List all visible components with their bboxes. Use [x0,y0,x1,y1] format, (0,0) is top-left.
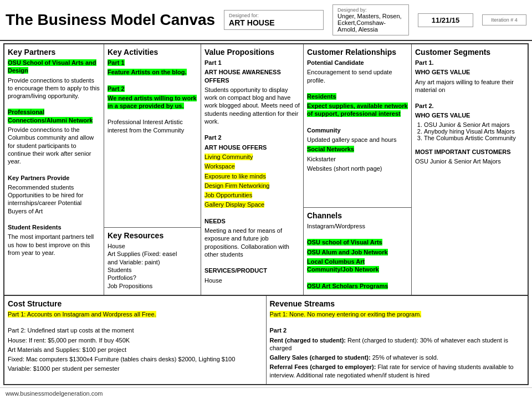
cr-residents-label: Residents [307,93,336,100]
vp-gallery: Gallery Display Space [204,201,264,208]
canvas-body: Key Partners OSU School of Visual Arts a… [3,43,529,385]
revenue-title: Revenue Streams [270,299,525,308]
vp-living-community: Living Community [204,154,253,160]
cs-part2-label: Part 2. [415,102,516,110]
cs-most-important-text: OSU Junior & Senior Art Majors [415,157,516,165]
cs-part1-text: Any art majors willing to feature their … [415,78,516,94]
designed-for-value: ART HOUSE [229,18,319,27]
revenue-referral-text: Referral Fees (charged to employer): Fla… [270,363,525,379]
vp-part1-desc: Students opportunity to display work on … [204,86,300,125]
ch-item3: OSU Alum and Job Network [307,249,388,255]
kp-block2-green: Professional Connections/Alumni Network [8,109,93,123]
ka-part1-label: Part 1 [108,59,125,66]
iteration-label: Iteration # 4 [487,17,521,23]
vp-needs-label: NEEDS [204,217,300,225]
revenue-gallery-text: Gallery Sales (charged to student): 25% … [270,354,525,361]
cr-websites: Websites (short north page) [307,165,408,172]
vp-job-opps: Job Opportunities [204,192,252,198]
cs-list: OSU Junior & Senior Art majors Anybody h… [424,121,516,141]
kp-block3-title: Key Partners Provide [8,174,100,182]
vp-needs-text: Meeting a need for means of exposure and… [204,227,300,258]
cost-title: Cost Structure [8,299,263,308]
customer-rel-title: Customer Relationships [307,48,408,57]
ka-part1-text: Feature Artists on the blog. [108,69,187,75]
cost-materials-text: Art Materials and Supplies: $100 per pro… [8,346,263,354]
cost-section: Cost Structure Part 1: Accounts on Insta… [4,296,267,384]
date-value: 11/21/15 [423,16,468,24]
cr-kickstarter: Kickstarter [307,155,408,163]
key-resources-section: Key Resources HouseArt Supplies (Fixed: … [104,228,201,295]
customer-rel-section: Customer Relationships Potential Candida… [304,44,411,208]
ch-item4: Local Columbus Art Community/Job Network [307,258,379,273]
cs-part1-sub: WHO GETS VALUE [415,68,516,76]
revenue-part1-yellow: Part 1: None. No money entering or exiti… [270,311,422,318]
customer-seg-section: Customer Segments Part 1. WHO GETS VALUE… [412,44,520,295]
key-activities-title: Key Activities [108,48,197,57]
cs-part2-sub: WHO GETS VALUE [415,111,516,119]
cost-house-text: House: If rent: $5,000 per month. If buy… [8,336,263,344]
canvas-bottom: Cost Structure Part 1: Accounts on Insta… [4,296,528,384]
designed-by-label: Designed by: [337,7,404,13]
ch-item1: Instagram/Wordpress [307,222,408,230]
key-resources-title: Key Resources [108,231,197,240]
value-props-title: Value Propositions [204,48,300,57]
vp-part2-sub: ART HOUSE OFFERS [204,144,300,151]
ch-item2: OSU school of Visual Arts [307,239,382,245]
key-partners-section: Key Partners OSU School of Visual Arts a… [4,44,104,295]
key-activities-resources-column: Key Activities Part 1 Feature Artists on… [104,44,201,295]
designed-for-box: Designed for: ART HOUSE [224,10,324,30]
vp-services-text: House [204,277,300,284]
kp-block4-text: The most important partners tell us how … [8,233,100,257]
cr-channels-column: Customer Relationships Potential Candida… [304,44,412,295]
value-props-section: Value Propositions Part 1 ART HOUSE AWAR… [201,44,304,295]
key-resources-text: HouseArt Supplies (Fixed: easeland Varia… [108,242,197,290]
cs-part1-label: Part 1. [415,59,516,66]
cs-most-important-label: MOST IMPORTANT CUSTOMERS [415,148,516,156]
cr-community-text: Updated gallery space and hours [307,136,408,144]
cr-residents-text: Expect supplies, available network of su… [307,103,408,117]
vp-part1-text: ART HOUSE AWARENESS OFFERS [204,68,300,84]
footer: www.businessmodelgeneration.com [0,387,532,399]
page-title: The Business Model Canvas [6,11,215,29]
cost-fixed-text: Fixed: Mac computers $1300x4 Furniture (… [8,355,263,363]
cr-community-label: Community [307,126,408,134]
kp-block4-title: Student Residents [8,223,100,231]
vp-services-label: SERVICES/PRODUCT [204,267,300,274]
channels-title: Channels [307,211,408,220]
kp-block1-green: OSU School of Visual Arts and Design [8,59,96,74]
kp-block1-text: Provide connections to students to encou… [8,76,100,100]
page: The Business Model Canvas Designed for: … [0,0,532,399]
vp-part1-label: Part 1 [204,59,300,66]
cs-list-item-2: Anybody hiring Visual Arts Majors [424,128,516,135]
key-activities-section: Key Activities Part 1 Feature Artists on… [104,44,201,228]
kp-block2-text: Provide connections to the Columbus comm… [8,126,100,165]
designed-by-value: Unger, Masters, Rosen, Eckert,Comshaw-Ar… [337,13,404,33]
cost-part2-text: Part 2: Undefined start up costs at the … [8,326,263,334]
canvas-top: Key Partners OSU School of Visual Arts a… [4,44,528,296]
revenue-part2-label: Part 2 [270,326,525,334]
kp-block3-text: Recommended students Opportunities to be… [8,183,100,215]
cost-variable-text: Variable: $1000 per student per semester [8,365,263,372]
cr-social-label: Social Networks [307,146,354,152]
channels-section: Channels Instagram/Wordpress OSU school … [304,208,411,295]
key-partners-title: Key Partners [8,48,100,57]
designed-by-box: Designed by: Unger, Masters, Rosen, Ecke… [332,4,409,35]
ka-extra-text: Professional Interest Artistic interest … [108,118,197,134]
cr-pc-text: Encouragement to send update profile. [307,68,408,84]
customer-seg-title: Customer Segments [415,48,516,57]
revenue-section: Revenue Streams Part 1: None. No money e… [267,296,528,384]
header: The Business Model Canvas Designed for: … [0,0,532,41]
ka-part2-label: Part 2 [108,85,125,92]
vp-part2-label: Part 2 [204,134,300,141]
cs-list-item-3: The Columbus Artistic Community [424,135,516,141]
date-box: 11/21/15 [418,13,473,27]
ch-item5: OSU Art Scholars Programs [307,283,388,289]
vp-exposure: Exposure to like minds [204,173,266,180]
designed-for-label: Designed for: [229,13,319,18]
cost-part1-yellow: Part 1: Accounts on Instagram and Wordpr… [8,311,156,318]
cr-pc-label: Potential Candidate [307,59,408,66]
vp-design-firm: Design Firm Networking [204,182,269,189]
cs-list-item-1: OSU Junior & Senior Art majors [424,121,516,128]
iteration-box: Iteration # 4 [482,14,526,25]
ka-part2-text: We need artists willing to work in a spa… [108,95,197,109]
